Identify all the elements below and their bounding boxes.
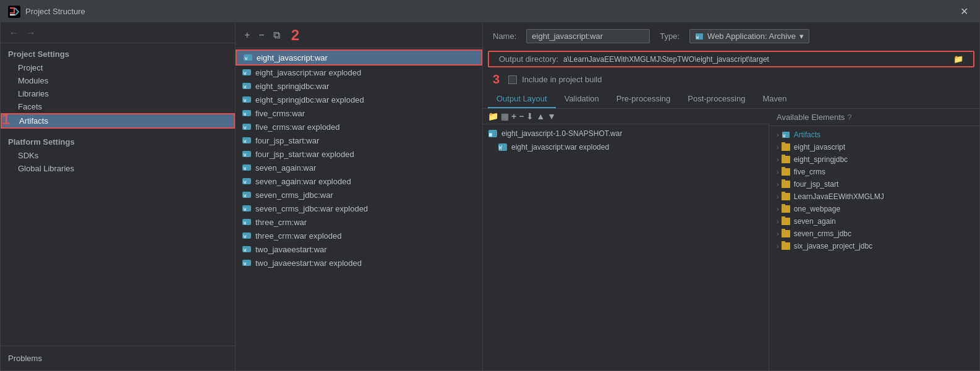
war-icon-0: W	[243, 53, 253, 62]
folder-icon-7	[782, 218, 790, 225]
sidebar-item-libraries[interactable]: Libraries	[1, 87, 235, 100]
layout-move-btn[interactable]: ⬇	[526, 111, 534, 121]
type-select[interactable]: W Web Application: Archive ▾	[689, 29, 809, 43]
avail-item-8[interactable]: › seven_crms_jdbc	[769, 228, 979, 240]
artifact-item-10[interactable]: W seven_crms_jdbc:war	[236, 188, 482, 202]
output-dir-row: Output directory: 📁	[488, 51, 974, 67]
close-button[interactable]: ✕	[957, 4, 972, 19]
chevron-icon-4: ›	[777, 181, 779, 188]
folder-icon-3	[782, 168, 790, 176]
artifact-item-11[interactable]: W seven_crms_jdbc:war exploded	[236, 202, 482, 215]
svg-rect-1	[10, 14, 15, 15]
avail-item-9[interactable]: › six_javase_project_jdbc	[769, 240, 979, 252]
project-structure-window: Project Structure ✕ ← → Project Settings…	[0, 0, 980, 371]
remove-artifact-button[interactable]: −	[256, 28, 266, 42]
layout-item-0[interactable]: ▦ eight_javascript-1.0-SNAPSHOT.war	[483, 127, 769, 140]
chevron-icon-2: ›	[777, 156, 779, 163]
avail-item-5[interactable]: › LearnJavaEEWithXMGLMJ	[769, 190, 979, 203]
available-list: › W Artifacts › eig	[769, 126, 979, 370]
folder-icon-1	[782, 143, 790, 151]
artifact-item-6[interactable]: W four_jsp_start:war	[236, 134, 482, 147]
war-icon-15: W	[242, 258, 252, 268]
output-dir-input[interactable]	[563, 55, 948, 64]
window-title: Project Structure	[25, 7, 957, 16]
artifact-item-9[interactable]: W seven_again:war exploded	[236, 174, 482, 188]
sidebar-item-sdks[interactable]: SDKs	[1, 149, 235, 162]
artifact-item-2[interactable]: W eight_springjdbc:war	[236, 79, 482, 93]
chevron-icon-9: ›	[777, 242, 779, 250]
layout-down-btn[interactable]: ▼	[547, 111, 556, 121]
artifact-item-12[interactable]: W three_crm:war	[236, 215, 482, 229]
avail-item-6[interactable]: › one_webpage	[769, 203, 979, 215]
layout-remove-btn[interactable]: −	[519, 111, 524, 121]
artifact-list: W eight_javascript:war W eight_javascrip…	[236, 48, 482, 370]
title-bar: Project Structure ✕	[1, 1, 979, 23]
war-icon-7: W	[242, 149, 252, 159]
artifact-item-5[interactable]: W five_crms:war exploded	[236, 120, 482, 134]
folder-icon-2	[782, 156, 790, 163]
layout-left-wrapper: 📁 ▦ + − ⬇ ▲ ▼ ▦ eight_javascript-1.0-SNA…	[483, 109, 769, 370]
tab-validation[interactable]: Validation	[556, 90, 608, 108]
layout-exploded-icon: W	[498, 142, 508, 152]
name-label: Name:	[493, 32, 516, 41]
artifact-item-7[interactable]: W four_jsp_start:war exploded	[236, 147, 482, 161]
browse-button[interactable]: 📁	[953, 54, 963, 64]
layout-up-btn[interactable]: ▲	[536, 111, 545, 121]
layout-folder-btn[interactable]: 📁	[488, 111, 498, 121]
right-top: Name: Type: W Web Application: Archive ▾	[483, 23, 979, 49]
avail-item-4[interactable]: › four_jsp_start	[769, 178, 979, 190]
available-elements-panel: Available Elements ? › W Ar	[769, 109, 979, 370]
tab-maven[interactable]: Maven	[754, 90, 795, 108]
forward-button[interactable]: →	[24, 27, 38, 39]
tab-post-processing[interactable]: Post-processing	[679, 90, 754, 108]
layout-content: 📁 ▦ + − ⬇ ▲ ▼ ▦ eight_javascript-1.0-SNA…	[483, 109, 979, 370]
available-help-icon[interactable]: ?	[847, 113, 851, 122]
include-checkbox[interactable]	[508, 75, 517, 84]
artifact-item-14[interactable]: W two_javaeestart:war	[236, 242, 482, 256]
artifact-item-15[interactable]: W two_javaeestart:war exploded	[236, 256, 482, 270]
layout-file-list: ▦ eight_javascript-1.0-SNAPSHOT.war W ei…	[483, 124, 769, 370]
war-icon-4: W	[242, 108, 252, 118]
available-elements-header: Available Elements ?	[769, 109, 979, 126]
war-icon-12: W	[242, 217, 252, 227]
sidebar-item-problems[interactable]: Problems	[8, 351, 228, 365]
sidebar-item-facets[interactable]: Facets	[1, 100, 235, 113]
artifact-item-1[interactable]: W eight_javascript:war exploded	[236, 66, 482, 79]
artifact-item-8[interactable]: W seven_again:war	[236, 161, 482, 174]
sidebar-item-global-libraries[interactable]: Global Libraries	[1, 162, 235, 175]
tab-output-layout[interactable]: Output Layout	[488, 90, 556, 108]
layout-bars-btn[interactable]: ▦	[501, 111, 509, 121]
war-icon-13: W	[242, 231, 252, 241]
tabs-row: Output Layout Validation Pre-processing …	[483, 90, 979, 109]
dropdown-arrow: ▾	[799, 32, 804, 41]
artifact-item-3[interactable]: W eight_springjdbc:war exploded	[236, 93, 482, 106]
avail-item-1[interactable]: › eight_javascript	[769, 141, 979, 153]
chevron-icon-7: ›	[777, 218, 779, 225]
sidebar-item-modules[interactable]: Modules	[1, 74, 235, 87]
chevron-icon-artifacts: ›	[777, 131, 779, 139]
add-artifact-button[interactable]: +	[242, 28, 252, 42]
avail-item-2[interactable]: › eight_springjdbc	[769, 153, 979, 166]
copy-artifact-button[interactable]: ⧉	[271, 28, 283, 42]
back-button[interactable]: ←	[7, 27, 20, 39]
folder-icon-5	[782, 193, 790, 200]
layout-panel: 📁 ▦ + − ⬇ ▲ ▼ ▦ eight_javascript-1.0-SNA…	[483, 109, 979, 370]
name-input[interactable]	[526, 29, 650, 43]
artifact-item-0[interactable]: W eight_javascript:war	[236, 49, 482, 66]
middle-toolbar: + − ⧉ 2	[236, 23, 482, 48]
avail-item-artifacts[interactable]: › W Artifacts	[769, 129, 979, 141]
platform-settings-header: Platform Settings	[1, 134, 235, 149]
type-label: Type:	[660, 32, 680, 41]
layout-war-icon: ▦	[488, 129, 498, 139]
sidebar-item-artifacts[interactable]: Artifacts	[1, 113, 235, 129]
sidebar-item-project[interactable]: Project	[1, 61, 235, 74]
avail-item-3[interactable]: › five_crms	[769, 166, 979, 178]
avail-item-7[interactable]: › seven_again	[769, 215, 979, 228]
artifact-item-4[interactable]: W five_crms:war	[236, 106, 482, 120]
layout-add-btn[interactable]: +	[511, 111, 516, 121]
layout-item-1[interactable]: W eight_javascript:war exploded	[483, 140, 769, 154]
war-icon-6: W	[242, 135, 252, 145]
artifact-item-13[interactable]: W three_crm:war exploded	[236, 229, 482, 242]
chevron-icon-8: ›	[777, 230, 779, 237]
tab-pre-processing[interactable]: Pre-processing	[608, 90, 679, 108]
